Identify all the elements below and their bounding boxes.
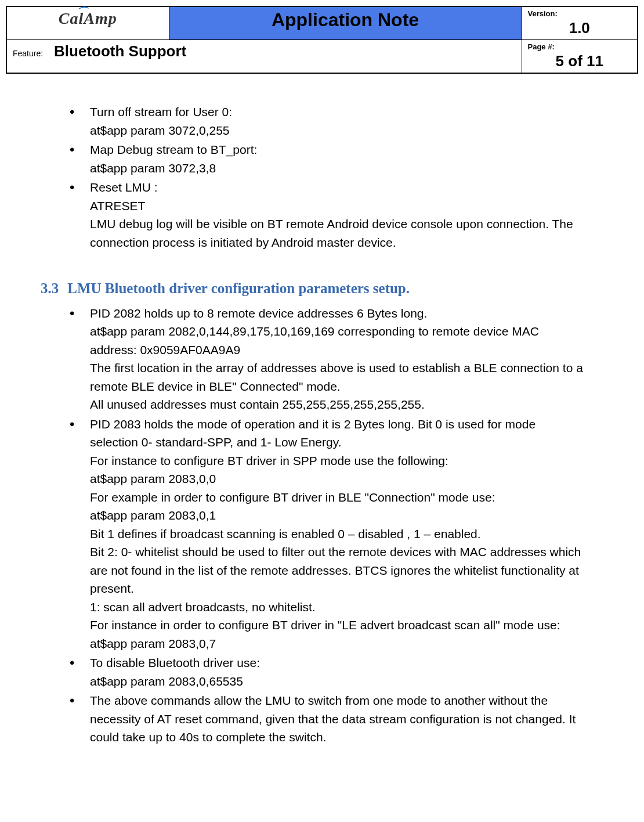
feature-value: Bluetooth Support (46, 42, 187, 60)
page-cell: Page #: 5 of 11 (522, 40, 638, 74)
section-heading: 3.3LMU Bluetooth driver configuration pa… (41, 277, 586, 300)
section-title: LMU Bluetooth driver configuration param… (67, 280, 410, 296)
header-table: CalAmp ⌒ Application Note Version: 1.0 F… (6, 6, 638, 74)
list-item: PID 2082 holds up to 8 remote device add… (70, 304, 586, 414)
version-label: Version: (528, 9, 632, 18)
list-item: Turn off stream for User 0: at$app param… (70, 103, 586, 139)
logo-cell: CalAmp ⌒ (6, 6, 169, 40)
section-bullet-list: PID 2082 holds up to 8 remote device add… (70, 304, 586, 747)
section-number: 3.3 (41, 280, 59, 296)
list-item: The above commands allow the LMU to swit… (70, 691, 586, 747)
list-item: To disable Bluetooth driver use: at$app … (70, 654, 586, 690)
feature-label: Feature: (13, 49, 43, 58)
page-value: 5 of 11 (528, 52, 632, 70)
version-cell: Version: 1.0 (522, 6, 638, 40)
top-bullet-list: Turn off stream for User 0: at$app param… (70, 103, 586, 251)
content-body: Turn off stream for User 0: at$app param… (0, 80, 644, 771)
logo: CalAmp ⌒ (59, 9, 117, 28)
list-item: PID 2083 holds the mode of operation and… (70, 415, 586, 653)
list-item: Map Debug stream to BT_port: at$app para… (70, 140, 586, 177)
version-value: 1.0 (528, 19, 632, 37)
app-note-title: Application Note (169, 6, 522, 40)
logo-swoosh-icon: ⌒ (75, 4, 89, 21)
page-label: Page #: (528, 42, 632, 51)
list-item: Reset LMU : ATRESET LMU debug log will b… (70, 178, 586, 251)
feature-cell: Feature: Bluetooth Support (6, 40, 522, 74)
